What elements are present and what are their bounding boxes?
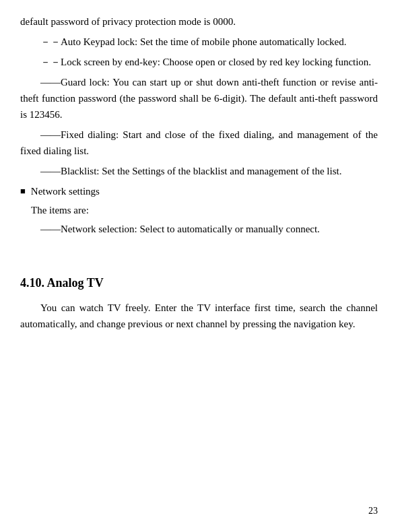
intro-paragraph: default password of privacy protection m… [20,13,378,30]
page-number: 23 [368,504,378,519]
network-settings-label: Network settings [31,183,378,199]
guard-lock-paragraph: ——Guard lock: You can start up or shut d… [20,74,378,123]
section-title-analog-tv: 4.10. Analog TV [20,273,378,293]
network-items-intro: The items are: [31,202,378,218]
lock-screen-paragraph: －－Lock screen by end-key: Choose open or… [20,54,378,70]
network-selection-paragraph: ——Network selection: Select to automatic… [20,221,378,237]
auto-lock-paragraph: －－Auto Keypad lock: Set the time of mobi… [20,34,378,50]
bullet-square-icon: ■ [20,185,26,199]
page-content: default password of privacy protection m… [20,13,378,332]
analog-tv-paragraph: You can watch TV freely. Enter the TV in… [20,300,378,332]
fixed-dialing-paragraph: ——Fixed dialing: Start and close of the … [20,127,378,159]
network-settings-item: ■ Network settings [20,183,378,199]
blacklist-paragraph: ——Blacklist: Set the Settings of the bla… [20,163,378,179]
